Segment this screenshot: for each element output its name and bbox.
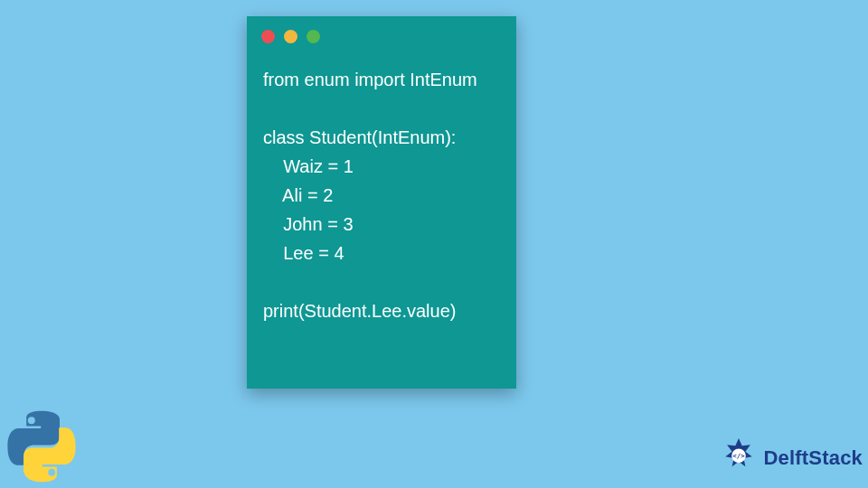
canvas: from enum import IntEnum class Student(I…: [0, 0, 868, 488]
delftstack-logo: </> DelftStack: [718, 437, 863, 479]
python-logo-icon: [2, 407, 81, 486]
close-icon: [261, 30, 275, 43]
minimize-icon: [284, 30, 297, 43]
delftstack-star-icon: </>: [718, 437, 760, 479]
code-card: from enum import IntEnum class Student(I…: [247, 16, 516, 389]
delftstack-brand-text: DelftStack: [763, 446, 863, 470]
maximize-icon: [307, 30, 320, 43]
window-traffic-lights: [247, 16, 516, 56]
code-block: from enum import IntEnum class Student(I…: [247, 56, 516, 342]
svg-text:</>: </>: [733, 452, 746, 460]
